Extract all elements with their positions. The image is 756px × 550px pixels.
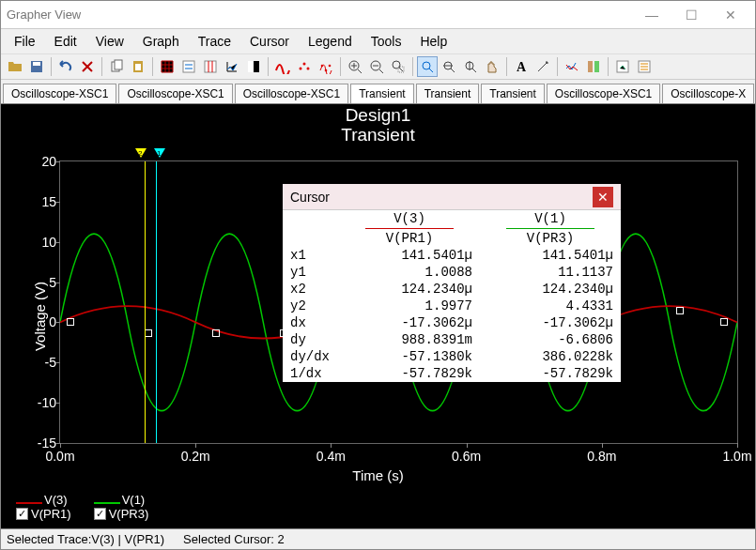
- zoom-out-icon[interactable]: [366, 56, 387, 77]
- ytick: 5: [30, 275, 56, 290]
- window-title: Grapher View: [7, 8, 639, 22]
- minimize-button[interactable]: —: [639, 8, 665, 23]
- menu-graph[interactable]: Graph: [133, 32, 189, 51]
- grid-icon[interactable]: [157, 56, 177, 77]
- svg-rect-7: [205, 61, 216, 72]
- menu-cursor[interactable]: Cursor: [240, 32, 299, 51]
- ytick: -10: [30, 395, 56, 410]
- menu-file[interactable]: File: [5, 32, 45, 51]
- bw-icon[interactable]: [243, 56, 264, 77]
- legend-entry-1[interactable]: V(3) ✓V(PR1): [16, 493, 71, 521]
- menu-view[interactable]: View: [86, 32, 133, 51]
- svg-point-20: [423, 62, 430, 69]
- marker-triangle-icon: [720, 318, 728, 326]
- cursor-col-2-h1: V(1): [506, 211, 594, 229]
- svg-rect-5: [135, 64, 141, 70]
- x-axis-label: Time (s): [352, 467, 403, 483]
- paste-icon[interactable]: [128, 56, 148, 77]
- cursor-2-line[interactable]: 2: [145, 161, 146, 443]
- pan-icon[interactable]: [482, 56, 502, 77]
- delete-icon[interactable]: [77, 56, 98, 77]
- xtick: 0.8m: [587, 449, 616, 464]
- svg-rect-6: [183, 61, 194, 72]
- legend: V(3) ✓V(PR1) V(1) ✓V(PR3): [16, 493, 148, 521]
- cursor-panel[interactable]: Cursor ✕ V(3) V(1) V(PR1) V(PR3) x1141.5…: [283, 184, 621, 382]
- status-trace: Selected Trace:V(3) | V(PR1): [7, 532, 164, 546]
- cursor-panel-header[interactable]: Cursor ✕: [283, 184, 621, 210]
- title-bar: Grapher View — ☐ ✕: [1, 1, 755, 29]
- svg-rect-9: [248, 61, 254, 72]
- zoom-area-icon[interactable]: [388, 56, 409, 77]
- legend-2-name: V(1): [122, 493, 146, 507]
- status-bar: Selected Trace:V(3) | V(PR1) Selected Cu…: [1, 528, 755, 549]
- svg-text:1: 1: [157, 149, 162, 158]
- zoom-y-icon[interactable]: [460, 56, 481, 77]
- menu-bar: File Edit View Graph Trace Cursor Legend…: [1, 29, 755, 53]
- ytick: 0: [30, 314, 56, 329]
- legend-1-name: V(3): [44, 493, 68, 507]
- ytick: 10: [30, 235, 56, 250]
- trace-scatter-icon[interactable]: [316, 56, 336, 77]
- tab-0[interactable]: Oscilloscope-XSC1: [3, 84, 116, 103]
- save-icon[interactable]: [26, 56, 47, 77]
- marker-icon[interactable]: [532, 56, 553, 77]
- sheet1-icon[interactable]: [612, 56, 633, 77]
- undo-icon[interactable]: [55, 56, 76, 77]
- export-icon[interactable]: [562, 56, 582, 77]
- svg-point-12: [307, 68, 310, 70]
- menu-help[interactable]: Help: [410, 32, 456, 51]
- copy-icon[interactable]: [106, 56, 127, 77]
- trace-red-icon[interactable]: [272, 56, 293, 77]
- xtick: 0.0m: [45, 449, 74, 464]
- legend-1-checkbox[interactable]: ✓: [16, 508, 28, 520]
- chart-title: Design1 Transient: [1, 104, 755, 145]
- legend-2-checkbox[interactable]: ✓: [94, 508, 106, 520]
- cursor-table: V(3) V(1) V(PR1) V(PR3) x1141.5401µ141.5…: [283, 210, 621, 382]
- chart-title-1: Design1: [1, 106, 755, 126]
- svg-point-11: [303, 63, 306, 66]
- tab-1[interactable]: Oscilloscope-XSC1: [118, 84, 232, 103]
- cursor-1-handle-icon[interactable]: 1: [154, 148, 165, 160]
- tab-7[interactable]: Oscilloscope-X: [662, 84, 754, 103]
- tab-5[interactable]: Transient: [481, 84, 545, 103]
- sheet2-icon[interactable]: [634, 56, 655, 77]
- tab-6[interactable]: Oscilloscope-XSC1: [547, 84, 660, 103]
- xtick: 0.4m: [316, 449, 346, 464]
- svg-rect-25: [594, 61, 599, 72]
- tab-2[interactable]: Oscilloscope-XSC1: [235, 84, 348, 103]
- tab-4[interactable]: Transient: [416, 84, 480, 103]
- cursor-col-1-h2: V(PR1): [339, 230, 480, 247]
- ytick: 20: [30, 154, 56, 169]
- marker-triangle-icon: [676, 307, 684, 314]
- chart-title-2: Transient: [1, 126, 755, 145]
- marker-triangle-icon: [145, 329, 152, 337]
- zoom-box-icon[interactable]: [417, 56, 438, 77]
- cursor-1-line[interactable]: 1: [156, 161, 157, 443]
- cursor-panel-close-icon[interactable]: ✕: [593, 187, 613, 207]
- close-button[interactable]: ✕: [717, 8, 744, 23]
- data-icon[interactable]: [583, 56, 604, 77]
- svg-point-14: [325, 69, 328, 72]
- xtick: 1.0m: [722, 449, 751, 464]
- legend-entry-2[interactable]: V(1) ✓V(PR3): [94, 493, 149, 521]
- legend-icon[interactable]: [178, 56, 199, 77]
- text-icon[interactable]: A: [511, 56, 532, 77]
- menu-tools[interactable]: Tools: [362, 32, 411, 51]
- trace-points-icon[interactable]: [294, 56, 315, 77]
- svg-text:2: 2: [138, 149, 143, 158]
- open-icon[interactable]: [5, 56, 25, 77]
- tab-3[interactable]: Transient: [350, 84, 414, 104]
- menu-edit[interactable]: Edit: [45, 32, 86, 51]
- legend-1-sub: V(PR1): [31, 507, 71, 521]
- maximize-button[interactable]: ☐: [678, 8, 704, 23]
- svg-point-13: [321, 65, 324, 68]
- zoom-x-icon[interactable]: [439, 56, 459, 77]
- menu-legend[interactable]: Legend: [299, 32, 362, 51]
- axis-icon[interactable]: [222, 56, 242, 77]
- xtick: 0.6m: [452, 449, 481, 464]
- zoom-in-icon[interactable]: [345, 56, 365, 77]
- menu-trace[interactable]: Trace: [189, 32, 240, 51]
- chart-area: Design1 Transient Voltage (V) Time (s) 2…: [1, 104, 755, 528]
- cursor-2-handle-icon[interactable]: 2: [135, 148, 147, 160]
- cursor-toggle-icon[interactable]: [200, 56, 221, 77]
